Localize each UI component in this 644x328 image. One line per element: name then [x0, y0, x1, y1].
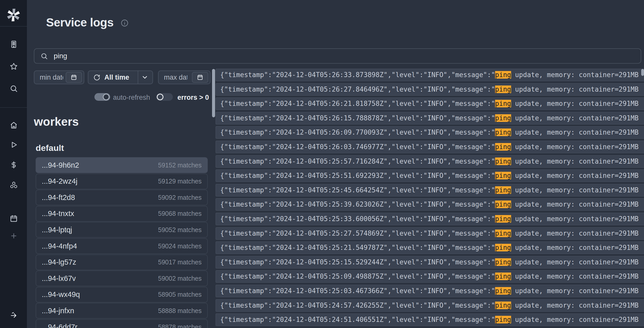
log-text: update, memory: container=291MB: [511, 85, 639, 93]
time-range-value: All time: [104, 74, 129, 81]
expand-arrow-icon[interactable]: [9, 311, 18, 319]
blocks-icon[interactable]: [9, 181, 18, 189]
dollar-icon[interactable]: [9, 161, 18, 169]
worker-item[interactable]: ...94-wx49q58905 matches: [36, 287, 208, 303]
worker-match-count: 59068 matches: [158, 210, 202, 217]
search-icon[interactable]: [9, 84, 18, 93]
log-text: {"timestamp":"2024-12-04T05:26:15.788878…: [220, 114, 495, 122]
log-text: update, memory: container=291MB: [511, 114, 639, 122]
log-row[interactable]: {"timestamp":"2024-12-04T05:25:33.600056…: [216, 213, 644, 225]
log-match-highlight: ping: [495, 244, 511, 251]
worker-match-count: 58888 matches: [158, 307, 202, 315]
worker-name: ...94-lx67v: [42, 274, 76, 283]
log-text: {"timestamp":"2024-12-04T05:25:21.549787…: [220, 244, 495, 251]
calendar-icon: [71, 74, 77, 81]
worker-match-count: 59152 matches: [158, 162, 202, 169]
log-text: update, memory: container=291MB: [511, 258, 639, 266]
min-date-input[interactable]: min date: [34, 70, 84, 84]
log-row[interactable]: {"timestamp":"2024-12-04T05:26:33.873898…: [216, 69, 644, 81]
calendar-icon: [197, 74, 203, 81]
plus-icon[interactable]: [9, 232, 18, 240]
windmill-logo-icon[interactable]: [6, 7, 21, 23]
log-row[interactable]: {"timestamp":"2024-12-04T05:25:15.529244…: [216, 256, 644, 268]
log-vertical-scrollbar[interactable]: [212, 69, 215, 117]
search-value: ping: [54, 52, 67, 60]
log-row[interactable]: {"timestamp":"2024-12-04T05:26:03.746977…: [216, 141, 644, 153]
worker-item[interactable]: ...94-9h6n259152 matches: [36, 157, 208, 173]
worker-name: ...94-wx49q: [42, 290, 80, 299]
home-icon[interactable]: [9, 121, 18, 130]
log-row[interactable]: {"timestamp":"2024-12-04T05:25:03.467366…: [216, 285, 644, 297]
errors-toggle[interactable]: [156, 93, 173, 101]
worker-item[interactable]: ...94-4nfp459024 matches: [36, 238, 208, 254]
log-match-highlight: ping: [495, 302, 511, 309]
worker-name: ...94-lptqj: [42, 226, 72, 234]
log-row[interactable]: {"timestamp":"2024-12-04T05:25:21.549787…: [216, 241, 644, 254]
auto-refresh-toggle[interactable]: [94, 93, 110, 101]
min-date-calendar-button[interactable]: [66, 72, 82, 83]
max-date-input[interactable]: max date: [158, 70, 211, 84]
log-text: update, memory: container=291MB: [511, 186, 639, 194]
log-text: update, memory: container=291MB: [511, 172, 639, 179]
log-right-scrollbar[interactable]: [641, 69, 644, 76]
log-match-highlight: ping: [495, 143, 511, 151]
log-match-highlight: ping: [495, 215, 511, 223]
log-row[interactable]: {"timestamp":"2024-12-04T05:25:51.692293…: [216, 169, 644, 182]
log-text: {"timestamp":"2024-12-04T05:25:45.664254…: [220, 186, 495, 194]
workers-heading: workers: [34, 115, 79, 129]
log-text: {"timestamp":"2024-12-04T05:25:51.692293…: [220, 172, 495, 179]
calendar-icon[interactable]: [9, 214, 18, 223]
log-match-highlight: ping: [495, 71, 511, 79]
log-text: update, memory: container=291MB: [511, 273, 639, 280]
building-icon[interactable]: [9, 40, 18, 49]
worker-item[interactable]: ...94-ft2d859092 matches: [36, 190, 208, 205]
worker-item[interactable]: ...94-6dd7r58878 matches: [36, 319, 208, 328]
log-row[interactable]: {"timestamp":"2024-12-04T05:26:15.788878…: [216, 112, 644, 124]
worker-match-count: 59092 matches: [158, 194, 202, 201]
log-search-input[interactable]: ping: [34, 48, 641, 64]
chevron-down-icon: [141, 74, 148, 81]
sidebar-divider: [0, 26, 27, 26]
log-text: update, memory: container=291MB: [511, 287, 639, 295]
max-date-calendar-button[interactable]: [192, 72, 208, 83]
worker-item[interactable]: ...94-jnfxn58888 matches: [36, 303, 208, 319]
worker-match-count: 58878 matches: [158, 323, 202, 328]
log-text: update, memory: container=291MB: [511, 158, 639, 165]
worker-group-heading: default: [36, 143, 64, 153]
log-text: {"timestamp":"2024-12-04T05:25:09.498875…: [220, 273, 495, 280]
log-row[interactable]: {"timestamp":"2024-12-04T05:25:45.664254…: [216, 184, 644, 196]
log-text: update, memory: container=291MB: [511, 230, 639, 237]
log-text: {"timestamp":"2024-12-04T05:24:57.426255…: [220, 302, 495, 309]
log-row[interactable]: {"timestamp":"2024-12-04T05:26:21.818758…: [216, 97, 644, 110]
log-row[interactable]: {"timestamp":"2024-12-04T05:26:27.846496…: [216, 83, 644, 96]
log-text: update, memory: container=291MB: [511, 129, 639, 136]
log-row[interactable]: {"timestamp":"2024-12-04T05:24:51.406551…: [216, 313, 644, 326]
time-range-button[interactable]: All time: [88, 70, 153, 84]
worker-item[interactable]: ...94-tnxtx59068 matches: [36, 206, 208, 222]
log-row[interactable]: {"timestamp":"2024-12-04T05:25:39.623026…: [216, 198, 644, 211]
log-row[interactable]: {"timestamp":"2024-12-04T05:26:09.770093…: [216, 126, 644, 139]
info-icon[interactable]: [121, 19, 129, 27]
log-match-highlight: ping: [495, 85, 511, 93]
worker-name: ...94-4nfp4: [42, 242, 77, 250]
log-row[interactable]: {"timestamp":"2024-12-04T05:25:09.498875…: [216, 270, 644, 283]
worker-item[interactable]: ...94-lg57z59017 matches: [36, 254, 208, 270]
log-match-highlight: ping: [495, 129, 511, 136]
worker-item[interactable]: ...94-lx67v59002 matches: [36, 270, 208, 286]
play-icon[interactable]: [9, 140, 18, 149]
worker-item[interactable]: ...94-2wz4j59129 matches: [36, 174, 208, 189]
log-text: update, memory: container=291MB: [511, 71, 639, 79]
log-text: update, memory: container=291MB: [511, 302, 639, 309]
time-range-dropdown[interactable]: [137, 71, 152, 84]
log-row[interactable]: {"timestamp":"2024-12-04T05:25:27.574869…: [216, 227, 644, 240]
worker-match-count: 59002 matches: [158, 275, 202, 282]
star-icon[interactable]: [9, 62, 18, 71]
log-text: {"timestamp":"2024-12-04T05:25:57.716284…: [220, 158, 495, 165]
log-row[interactable]: {"timestamp":"2024-12-04T05:25:57.716284…: [216, 155, 644, 168]
log-row[interactable]: {"timestamp":"2024-12-04T05:24:57.426255…: [216, 299, 644, 312]
log-text: {"timestamp":"2024-12-04T05:25:27.574869…: [220, 230, 495, 237]
worker-name: ...94-lg57z: [42, 258, 76, 266]
log-text: update, memory: container=291MB: [511, 143, 639, 151]
worker-item[interactable]: ...94-lptqj59052 matches: [36, 222, 208, 238]
search-icon: [40, 52, 48, 60]
